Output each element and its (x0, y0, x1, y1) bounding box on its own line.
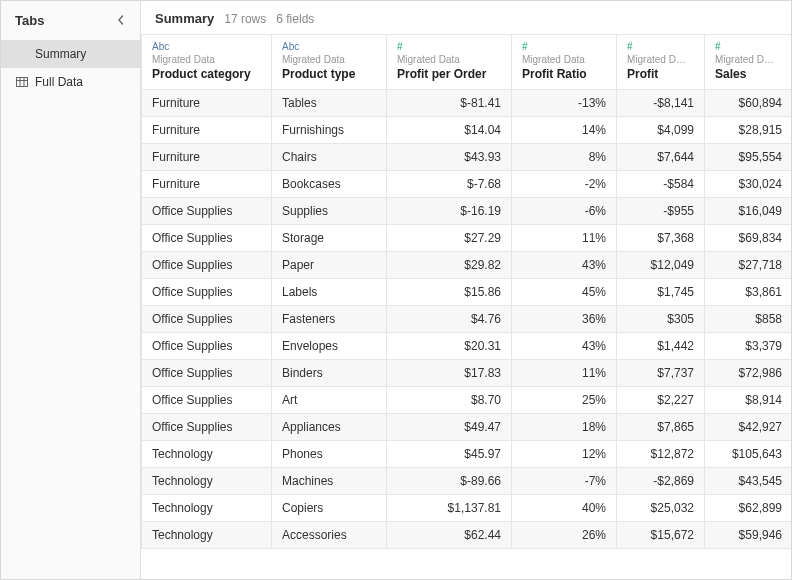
column-header-profit-ratio[interactable]: #Migrated DataProfit Ratio (512, 35, 617, 90)
cell: 36% (512, 306, 617, 333)
cell: $-7.68 (387, 171, 512, 198)
table-row[interactable]: TechnologyMachines$-89.66-7%-$2,869$43,5… (142, 468, 792, 495)
svg-rect-0 (17, 78, 28, 87)
cell: 18% (512, 414, 617, 441)
cell: $3,861 (705, 279, 792, 306)
cell: $27,718 (705, 252, 792, 279)
column-name: Sales (715, 67, 782, 81)
cell: $59,946 (705, 522, 792, 549)
table-row[interactable]: TechnologyAccessories$62.4426%$15,672$59… (142, 522, 792, 549)
cell: $45.97 (387, 441, 512, 468)
page-title: Summary (155, 11, 214, 26)
cell: $-16.19 (387, 198, 512, 225)
column-source: Migrated Data (152, 54, 261, 65)
cell: Chairs (272, 144, 387, 171)
table-icon (15, 75, 29, 89)
cell: $8,914 (705, 387, 792, 414)
table-row[interactable]: Office SuppliesPaper$29.8243%$12,049$27,… (142, 252, 792, 279)
data-table: AbcMigrated DataProduct categoryAbcMigra… (141, 34, 791, 549)
cell: $7,865 (617, 414, 705, 441)
rows-count: 17 rows (224, 12, 266, 26)
table-row[interactable]: FurnitureBookcases$-7.68-2%-$584$30,024 (142, 171, 792, 198)
cell: Office Supplies (142, 198, 272, 225)
column-header-product-category[interactable]: AbcMigrated DataProduct category (142, 35, 272, 90)
cell: $16,049 (705, 198, 792, 225)
cell: Bookcases (272, 171, 387, 198)
table-row[interactable]: Office SuppliesLabels$15.8645%$1,745$3,8… (142, 279, 792, 306)
column-header-profit[interactable]: #Migrated D…Profit (617, 35, 705, 90)
table-row[interactable]: Office SuppliesStorage$27.2911%$7,368$69… (142, 225, 792, 252)
cell: $62.44 (387, 522, 512, 549)
cell: 26% (512, 522, 617, 549)
cell: Office Supplies (142, 225, 272, 252)
column-name: Product type (282, 67, 376, 81)
cell: $12,872 (617, 441, 705, 468)
cell: -6% (512, 198, 617, 225)
cell: $1,137.81 (387, 495, 512, 522)
cell: Labels (272, 279, 387, 306)
table-row[interactable]: FurnitureTables$-81.41-13%-$8,141$60,894 (142, 90, 792, 117)
column-name: Profit (627, 67, 694, 81)
cell: -13% (512, 90, 617, 117)
sidebar-item-full-data[interactable]: Full Data (1, 68, 140, 96)
column-header-profit-per-order[interactable]: #Migrated DataProfit per Order (387, 35, 512, 90)
table-row[interactable]: Office SuppliesBinders$17.8311%$7,737$72… (142, 360, 792, 387)
table-row[interactable]: Office SuppliesSupplies$-16.19-6%-$955$1… (142, 198, 792, 225)
table-row[interactable]: Office SuppliesEnvelopes$20.3143%$1,442$… (142, 333, 792, 360)
table-row[interactable]: TechnologyPhones$45.9712%$12,872$105,643 (142, 441, 792, 468)
text-type-icon: Abc (152, 41, 261, 52)
cell: Storage (272, 225, 387, 252)
cell: Envelopes (272, 333, 387, 360)
cell: $3,379 (705, 333, 792, 360)
cell: $29.82 (387, 252, 512, 279)
cell: Phones (272, 441, 387, 468)
sidebar-item-label: Summary (35, 47, 86, 61)
table-row[interactable]: Office SuppliesAppliances$49.4718%$7,865… (142, 414, 792, 441)
table-scroll[interactable]: AbcMigrated DataProduct categoryAbcMigra… (141, 34, 791, 579)
cell: 11% (512, 225, 617, 252)
cell: -7% (512, 468, 617, 495)
cell: Technology (142, 522, 272, 549)
cell: $14.04 (387, 117, 512, 144)
cell: $305 (617, 306, 705, 333)
fields-count: 6 fields (276, 12, 314, 26)
cell: $7,368 (617, 225, 705, 252)
cell: $60,894 (705, 90, 792, 117)
column-source: Migrated Data (522, 54, 606, 65)
cell: $20.31 (387, 333, 512, 360)
cell: $858 (705, 306, 792, 333)
collapse-sidebar-icon[interactable] (112, 11, 130, 30)
cell: $15.86 (387, 279, 512, 306)
cell: $7,644 (617, 144, 705, 171)
cell: Furniture (142, 144, 272, 171)
cell: $7,737 (617, 360, 705, 387)
cell: Furnishings (272, 117, 387, 144)
cell: $4,099 (617, 117, 705, 144)
cell: Office Supplies (142, 387, 272, 414)
cell: 45% (512, 279, 617, 306)
cell: $1,442 (617, 333, 705, 360)
cell: -$2,869 (617, 468, 705, 495)
cell: $42,927 (705, 414, 792, 441)
sidebar-item-summary[interactable]: Summary (1, 40, 140, 68)
cell: $1,745 (617, 279, 705, 306)
cell: $43.93 (387, 144, 512, 171)
cell: 12% (512, 441, 617, 468)
cell: $27.29 (387, 225, 512, 252)
cell: Binders (272, 360, 387, 387)
column-header-product-type[interactable]: AbcMigrated DataProduct type (272, 35, 387, 90)
cell: Technology (142, 468, 272, 495)
sidebar: Tabs SummaryFull Data (1, 1, 141, 579)
cell: 40% (512, 495, 617, 522)
column-header-sales[interactable]: #Migrated D…Sales (705, 35, 792, 90)
cell: Art (272, 387, 387, 414)
table-row[interactable]: FurnitureFurnishings$14.0414%$4,099$28,9… (142, 117, 792, 144)
table-row[interactable]: Office SuppliesArt$8.7025%$2,227$8,914 (142, 387, 792, 414)
table-row[interactable]: Office SuppliesFasteners$4.7636%$305$858 (142, 306, 792, 333)
column-source: Migrated Data (397, 54, 501, 65)
cell: Office Supplies (142, 333, 272, 360)
table-row[interactable]: TechnologyCopiers$1,137.8140%$25,032$62,… (142, 495, 792, 522)
table-row[interactable]: FurnitureChairs$43.938%$7,644$95,554 (142, 144, 792, 171)
cell: $69,834 (705, 225, 792, 252)
cell: Office Supplies (142, 252, 272, 279)
